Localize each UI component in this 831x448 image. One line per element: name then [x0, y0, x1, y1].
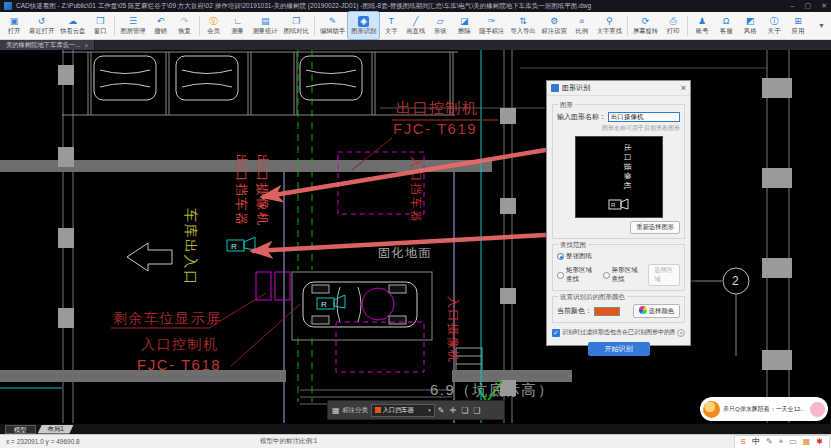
- category-color-swatch: [375, 407, 381, 413]
- sheet-tab-bar: 模型 布局1: [0, 423, 831, 434]
- vip-icon: Ⓥ: [209, 16, 218, 27]
- search-range-group: 查找范围 整张图纸 矩形区域查找 异形区域查找 选择区域: [552, 244, 685, 291]
- toolbar-item-screen-rotate[interactable]: ⟳屏幕旋转: [630, 12, 661, 39]
- toolbar-item-freehand-note[interactable]: ✑随手标注: [476, 12, 507, 39]
- filter-checkbox[interactable]: ✓: [552, 329, 560, 337]
- toolbar-item-support[interactable]: Ω客服: [714, 12, 738, 39]
- cad-canvas[interactable]: R R 2 出口控制机 FJC- T619 出口挡车器: [0, 50, 831, 423]
- tab-layout1[interactable]: 布局1: [38, 425, 74, 434]
- shop-icon[interactable]: ▦: [803, 436, 811, 448]
- dialog-title-bar[interactable]: 图形识别 ×: [547, 81, 690, 96]
- shape-icon: ▱: [437, 16, 444, 27]
- toolbar-item-label: 最近打开: [29, 27, 54, 35]
- mic-icon[interactable]: ⌖: [779, 436, 784, 448]
- toolbar-collapse-icon[interactable]: ▼: [818, 22, 829, 29]
- toolbar-item-label: 账号: [696, 27, 709, 35]
- ime-toolbar[interactable]: S中✎⌖▭▦✱: [734, 435, 830, 448]
- toolbar-item-account[interactable]: ♟账号: [690, 12, 714, 39]
- toolbar-separator: [314, 16, 315, 36]
- toolbar-item-redo[interactable]: ↷恢复: [173, 12, 197, 39]
- toolbar-item-label: 打印: [667, 27, 680, 35]
- toolbar-item-measure-stats[interactable]: ▤测量统计: [250, 12, 281, 39]
- dialog-close-icon[interactable]: ×: [681, 83, 686, 93]
- toolbar-item-erase[interactable]: ◪擦除: [452, 12, 476, 39]
- toolbar-item-style[interactable]: ◩风格: [738, 12, 762, 39]
- toolbar-item-window[interactable]: ❒窗口: [88, 12, 112, 39]
- toolbar-item-cloud-drive[interactable]: ☁快看云盘: [57, 12, 88, 39]
- ad-popup[interactable]: 养只Q弹水豚陪着：一天全12..: [700, 397, 828, 421]
- toolbar-item-import-export[interactable]: ⇅导入导出: [507, 12, 538, 39]
- toolbar-separator: [199, 16, 200, 36]
- toolbar-item-edit-assistant[interactable]: ✎编辑助手: [317, 12, 348, 39]
- toolbar-item-recent-open[interactable]: ↺最近打开: [26, 12, 57, 39]
- about-icon: ⓘ: [770, 16, 779, 27]
- document-tab[interactable]: 美的橡树院地下车库负一... ×: [0, 40, 95, 50]
- radio-rect-area-label: 矩形区域查找: [566, 266, 597, 284]
- toolbar-item-text[interactable]: T文字: [379, 12, 403, 39]
- reselect-button[interactable]: 重新选择图形: [630, 221, 680, 234]
- toolbar-item-draw-line[interactable]: ╱画直线: [403, 12, 428, 39]
- maximize-button[interactable]: ▢: [805, 0, 812, 12]
- freehand-note-icon: ✑: [488, 16, 496, 27]
- pen-icon[interactable]: ✎: [766, 436, 773, 448]
- svg-text:R: R: [611, 202, 617, 208]
- toolbar-item-annotation-settings[interactable]: ⚙标注设置: [539, 12, 570, 39]
- toolbar-item-label: 测量: [231, 27, 244, 35]
- draw-line-icon: ╱: [413, 16, 418, 27]
- keyboard-icon[interactable]: ▭: [789, 436, 797, 448]
- layer-manager-icon: ☰: [129, 16, 137, 27]
- grid-icon[interactable]: ▦: [332, 406, 340, 415]
- toolbar-item-label: 图纸对比: [284, 27, 309, 35]
- toolbar-item-label: 窗口: [94, 27, 107, 35]
- toolbar-item-open[interactable]: ▣打开: [2, 12, 26, 39]
- annotation-scale: 模型中的标注比例:1: [260, 437, 317, 446]
- move-icon[interactable]: ✛: [449, 406, 456, 415]
- annotation-settings-icon: ⚙: [550, 16, 558, 27]
- toolbar-item-text-search[interactable]: ⚲文字查找: [594, 12, 625, 39]
- toolbar-item-vip[interactable]: Ⓥ会员: [202, 12, 226, 39]
- close-button[interactable]: ✕: [821, 0, 827, 12]
- start-recognition-button[interactable]: 开始识别: [588, 342, 650, 356]
- select-region-button[interactable]: 选择区域: [648, 264, 680, 286]
- graphic-group-label: 图形: [558, 101, 575, 110]
- toolbar-item-label: 测量统计: [253, 27, 278, 35]
- minimize-button[interactable]: –: [791, 0, 795, 12]
- copy-icon[interactable]: ❏: [461, 406, 468, 415]
- toolbar-item-drawing-compare[interactable]: ❐图纸对比: [281, 12, 312, 39]
- toolbar-item-about[interactable]: ⓘ关于: [762, 12, 786, 39]
- toolbox-icon[interactable]: ✱: [816, 436, 823, 448]
- svg-text:2: 2: [732, 274, 740, 288]
- lock-icon[interactable]: ❑: [473, 406, 480, 415]
- shape-recognition-dialog: 图形识别 × 图形 输入图形名称： 图形名称可用于后期查看图形 出口摄像机 R: [546, 80, 691, 346]
- toolbar-item-label: 打开: [8, 27, 21, 35]
- filter-checkbox-label: 识别时过滤掉那些包含在已识别图形中的图形: [562, 328, 675, 337]
- toolbar-item-undo[interactable]: ↶撤销: [149, 12, 173, 39]
- annotation-category-dropdown[interactable]: 入口挡车器 ▾: [371, 404, 435, 417]
- graphic-preview: 出口摄像机 R: [575, 136, 663, 218]
- toolbar-item-label: 图层管理: [120, 27, 145, 35]
- toolbar-item-layer-manager[interactable]: ☰图层管理: [117, 12, 148, 39]
- radio-poly-area[interactable]: [603, 272, 610, 279]
- toolbar-item-measure[interactable]: ∟测量: [226, 12, 250, 39]
- choose-color-button[interactable]: 选择颜色: [633, 304, 680, 318]
- toolbar-separator: [627, 16, 628, 36]
- toolbar-item-apps[interactable]: ⊞应用: [786, 12, 810, 39]
- edit-assistant-icon: ✎: [329, 16, 337, 27]
- toolbar-item-shape-recognition[interactable]: ◈图形识别: [348, 12, 379, 39]
- sogou-logo-icon[interactable]: S: [741, 436, 746, 448]
- graphic-name-input[interactable]: [608, 112, 680, 122]
- help-icon[interactable]: ?: [677, 329, 685, 337]
- radio-rect-area[interactable]: [557, 272, 564, 279]
- label-garage-gate: 车库出入口: [183, 208, 199, 286]
- edit-note-icon[interactable]: ✎: [438, 406, 445, 415]
- tab-close-icon[interactable]: ×: [85, 42, 89, 49]
- toolbar-item-shape[interactable]: ▱形状: [428, 12, 452, 39]
- tab-model[interactable]: 模型: [5, 425, 36, 434]
- radio-whole-drawing[interactable]: [557, 253, 564, 260]
- category-value: 入口挡车器: [383, 406, 426, 415]
- label-exit-control-id: FJC- T619: [393, 120, 477, 137]
- toolbar-item-label: 随手标注: [479, 27, 504, 35]
- chinese-mode-icon[interactable]: 中: [752, 436, 760, 448]
- toolbar-item-scale[interactable]: ∝比例: [570, 12, 594, 39]
- toolbar-item-print[interactable]: ⎙打印: [661, 12, 685, 39]
